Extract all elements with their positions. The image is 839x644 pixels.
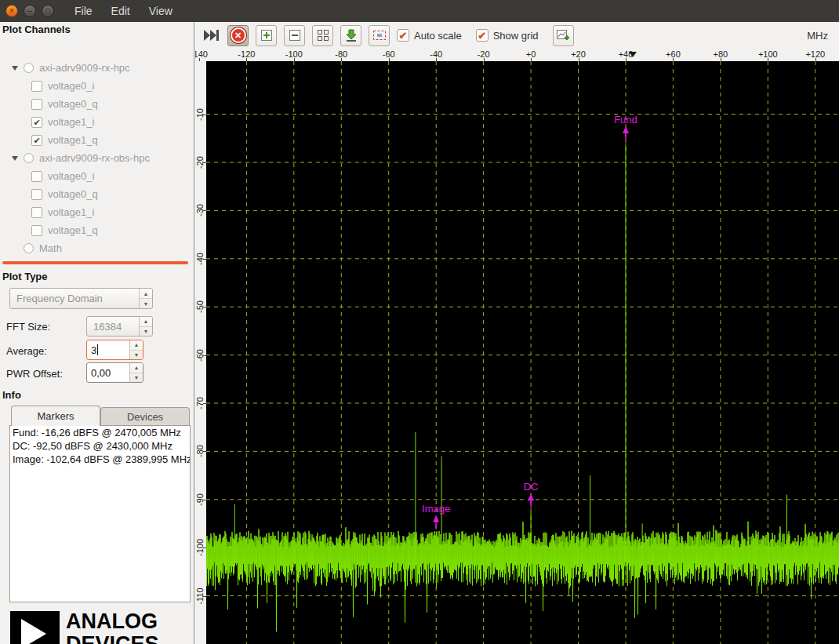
title-bar: × – □ File Edit View bbox=[0, 0, 839, 22]
menu-edit[interactable]: Edit bbox=[111, 5, 130, 17]
tree-item-voltage1_q[interactable]: voltage1_q bbox=[0, 221, 191, 239]
expander-down-icon[interactable] bbox=[12, 156, 18, 161]
plot-type-value: Frequency Domain bbox=[10, 289, 139, 308]
spin-stepper-icon[interactable]: ▲▼ bbox=[129, 363, 143, 382]
radio-button[interactable] bbox=[24, 63, 34, 73]
tree-item-label: voltage1_i bbox=[48, 206, 94, 218]
iio-oscilloscope-window: × – □ File Edit View Plot Channels axi-a… bbox=[0, 0, 839, 644]
marker-info-dc: DC: -92,50 dBFS @ 2430,000 MHz bbox=[10, 439, 190, 453]
combo-stepper-icon[interactable]: ▲▼ bbox=[139, 289, 152, 308]
channel-checkbox[interactable] bbox=[31, 189, 42, 200]
channel-checkbox[interactable]: ✔ bbox=[31, 117, 42, 128]
tree-item-voltage0_i[interactable]: voltage0_i bbox=[0, 77, 191, 95]
plot-channels-title: Plot Channels bbox=[2, 24, 71, 35]
tree-item-voltage0_q[interactable]: voltage0_q bbox=[0, 185, 191, 203]
channel-checkbox[interactable]: ✔ bbox=[31, 135, 42, 146]
logo-text-analog: ANALOG bbox=[66, 610, 158, 632]
marker-info-fund: Fund: -16,26 dBFS @ 2470,005 MHz bbox=[10, 426, 190, 439]
zoom-fit-button[interactable] bbox=[312, 25, 333, 46]
tree-horizontal-scrollbar[interactable] bbox=[2, 261, 188, 264]
tree-item-voltage0_q[interactable]: voltage0_q bbox=[0, 95, 191, 113]
show-grid-label: Show grid bbox=[493, 30, 539, 42]
stop-x-icon: ✕ bbox=[231, 27, 246, 43]
close-window-button[interactable]: × bbox=[5, 5, 18, 17]
new-plot-icon bbox=[556, 29, 570, 42]
axis-unit-label: MHz bbox=[807, 30, 828, 42]
fft-spectrum-svg[interactable]: FundDCImage bbox=[206, 61, 839, 644]
average-spinbox[interactable]: 3 ▲▼ bbox=[86, 340, 143, 360]
channel-tree: axi-adrv9009-rx-hpcvoltage0_ivoltage0_q✔… bbox=[0, 59, 191, 257]
fullscreen-icon bbox=[372, 30, 387, 41]
tab-devices-label: Devices bbox=[127, 411, 163, 423]
tree-item-label: voltage0_q bbox=[48, 188, 98, 200]
tab-markers-label: Markers bbox=[38, 410, 74, 422]
channel-checkbox[interactable] bbox=[31, 207, 42, 218]
plot-type-combo[interactable]: Frequency Domain ▲▼ bbox=[9, 288, 153, 309]
spectrum-plot[interactable]: FundDCImage bbox=[206, 61, 839, 644]
plot-toolbar: ✕ bbox=[195, 22, 839, 49]
adi-triangle-icon bbox=[21, 619, 46, 644]
y-axis: -10-20-30-40-50-60-70-80-90-100-110 bbox=[195, 61, 206, 644]
auto-scale-checkbox[interactable]: ✔ bbox=[397, 29, 409, 42]
new-plot-button[interactable] bbox=[553, 25, 574, 46]
menu-view[interactable]: View bbox=[149, 5, 173, 17]
logo-text-devices: DEVICES bbox=[66, 633, 159, 644]
tree-item-label: axi-adrv9009-rx-hpc bbox=[39, 62, 130, 74]
fft-size-combo[interactable]: 16384 ▲▼ bbox=[86, 316, 153, 337]
info-title: Info bbox=[2, 389, 21, 401]
tree-item-voltage1_q[interactable]: ✔voltage1_q bbox=[0, 131, 191, 149]
x-tick-label: -140 bbox=[195, 49, 208, 59]
channel-checkbox[interactable] bbox=[31, 81, 42, 92]
average-label: Average: bbox=[6, 345, 47, 357]
tree-item-label: voltage0_q bbox=[48, 98, 98, 110]
tree-item-voltage1_i[interactable]: voltage1_i bbox=[0, 203, 191, 221]
tree-item-label: voltage1_q bbox=[48, 134, 98, 146]
fft-size-label: FFT Size: bbox=[6, 321, 50, 333]
axis-marker-triangle-icon[interactable] bbox=[629, 52, 637, 57]
radio-button[interactable] bbox=[24, 243, 34, 253]
stop-capture-button[interactable]: ✕ bbox=[227, 25, 249, 46]
expander-down-icon[interactable] bbox=[12, 66, 18, 71]
fft-size-value: 16384 bbox=[87, 317, 139, 336]
tree-item-axi-adrv9009-rx-obs-hpc[interactable]: axi-adrv9009-rx-obs-hpc bbox=[0, 149, 191, 167]
capture-play-button[interactable] bbox=[203, 29, 220, 42]
tree-item-label: axi-adrv9009-rx-obs-hpc bbox=[39, 152, 150, 164]
tree-item-voltage0_i[interactable]: voltage0_i bbox=[0, 167, 191, 185]
tab-devices[interactable]: Devices bbox=[100, 407, 190, 426]
tab-markers[interactable]: Markers bbox=[11, 406, 100, 426]
sidebar: Plot Channels axi-adrv9009-rx-hpcvoltage… bbox=[0, 22, 194, 644]
combo-stepper-icon[interactable]: ▲▼ bbox=[139, 317, 152, 336]
tree-item-label: voltage1_q bbox=[48, 224, 98, 236]
tree-item-axi-adrv9009-rx-hpc[interactable]: axi-adrv9009-rx-hpc bbox=[0, 59, 191, 77]
tree-item-Math[interactable]: Math bbox=[0, 239, 191, 257]
tree-item-label: Math bbox=[39, 242, 62, 254]
peak-marker-label: DC bbox=[524, 481, 539, 493]
analog-devices-logo-icon bbox=[10, 611, 60, 644]
pwr-offset-label: PWR Offset: bbox=[6, 368, 63, 380]
zoom-out-button[interactable] bbox=[284, 25, 305, 46]
pwr-offset-value: 0,00 bbox=[91, 367, 111, 379]
x-axis: -140-120-100-80-60-40-20+0+20+40+60+80+1… bbox=[195, 49, 839, 61]
channel-checkbox[interactable] bbox=[31, 99, 42, 110]
channel-checkbox[interactable] bbox=[31, 225, 42, 236]
pwr-offset-spinbox[interactable]: 0,00 ▲▼ bbox=[86, 362, 143, 383]
average-value: 3 bbox=[91, 344, 96, 356]
save-plot-button[interactable] bbox=[340, 25, 361, 46]
text-caret bbox=[97, 344, 98, 355]
tree-item-label: voltage1_i bbox=[48, 116, 94, 128]
spin-stepper-icon[interactable]: ▲▼ bbox=[129, 340, 143, 359]
markers-info-textview[interactable]: Fund: -16,26 dBFS @ 2470,005 MHz DC: -92… bbox=[9, 425, 191, 602]
channel-checkbox[interactable] bbox=[31, 171, 42, 182]
maximize-window-button[interactable]: □ bbox=[42, 5, 54, 17]
show-grid-checkbox[interactable]: ✔ bbox=[476, 29, 489, 42]
menu-file[interactable]: File bbox=[74, 5, 93, 17]
radio-button[interactable] bbox=[24, 153, 34, 163]
minimize-window-button[interactable]: – bbox=[24, 5, 36, 17]
plot-type-title: Plot Type bbox=[2, 271, 48, 282]
tree-item-voltage1_i[interactable]: ✔voltage1_i bbox=[0, 113, 191, 131]
zoom-fit-icon bbox=[317, 29, 329, 42]
zoom-in-icon bbox=[260, 29, 273, 42]
zoom-in-button[interactable] bbox=[256, 25, 277, 46]
fullscreen-button[interactable] bbox=[369, 25, 390, 46]
marker-info-image: Image: -102,64 dBFS @ 2389,995 MHz bbox=[10, 453, 190, 466]
